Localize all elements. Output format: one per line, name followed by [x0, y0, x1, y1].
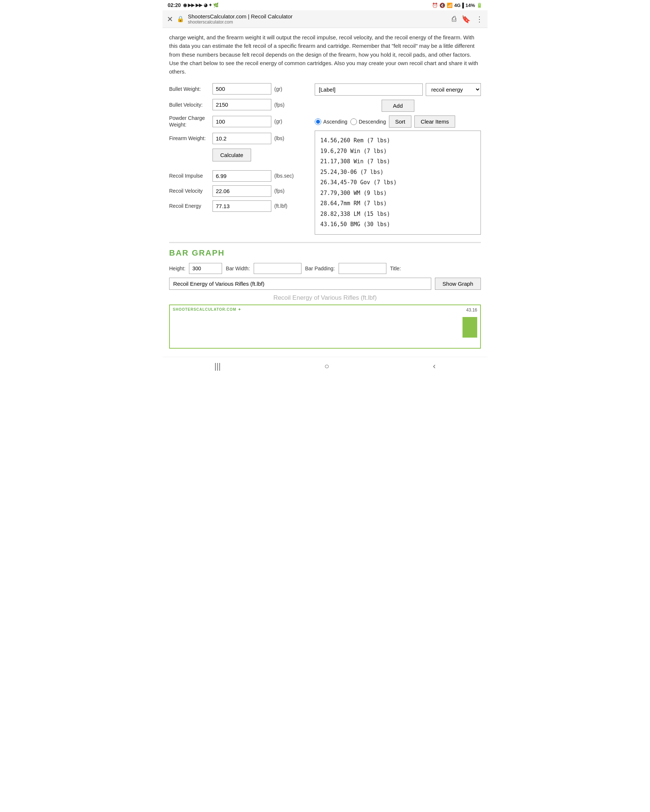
more-options-button[interactable]: ⋮ — [476, 15, 483, 23]
ascending-radio-label[interactable]: Ascending — [315, 118, 347, 125]
list-item: 26.34,45-70 Gov (7 lbs) — [320, 177, 475, 188]
recoil-velocity-label: Recoil Velocity — [169, 188, 209, 194]
alarm-icon: ⏰ — [432, 3, 438, 8]
data-list: 14.56,260 Rem (7 lbs)19.6,270 Win (7 lbs… — [315, 131, 481, 235]
recoil-velocity-output — [212, 185, 271, 197]
calculator-section: Bullet Weight: (gr) Bullet Velocity: (fp… — [169, 83, 481, 235]
bookmark-button[interactable]: 🔖 — [461, 15, 471, 23]
browser-bar: ✕ 🔒 ShootersCalculator.com | Recoil Calc… — [163, 10, 487, 28]
bullet-velocity-unit: (fps) — [274, 102, 285, 108]
recoil-velocity-row: Recoil Velocity (fps) — [169, 185, 307, 197]
recoil-impulse-output — [212, 170, 271, 182]
descending-radio-label[interactable]: Descending — [350, 118, 386, 125]
list-item: 28.82,338 LM (15 lbs) — [320, 209, 475, 220]
show-graph-button[interactable]: Show Graph — [435, 278, 481, 290]
powder-charge-row: Powder Charge Weight: (gr) — [169, 115, 307, 128]
status-icons: ◉ ▶▶ ▶▶ ◕ ✦ 🌿 — [183, 3, 219, 8]
browser-actions: ⎙ 🔖 ⋮ — [452, 15, 483, 23]
bar-padding-label: Bar Padding: — [305, 266, 335, 272]
battery-icon: 🔋 — [476, 3, 482, 8]
descending-radio[interactable] — [350, 118, 357, 125]
bar-graph-title: BAR GRAPH — [169, 248, 481, 258]
graph-title-row: Show Graph — [169, 278, 481, 290]
chart-container: SHOOTERSCALCULATOR.COM ✦ 43.16 — [169, 304, 481, 349]
label-input[interactable] — [315, 84, 423, 96]
bullet-weight-row: Bullet Weight: (gr) — [169, 83, 307, 95]
list-item: 21.17,308 Win (7 lbs) — [320, 156, 475, 167]
powder-charge-input[interactable] — [212, 116, 271, 127]
sort-button[interactable]: Sort — [389, 116, 412, 128]
close-tab-button[interactable]: ✕ — [167, 15, 173, 23]
list-item: 14.56,260 Rem (7 lbs) — [320, 135, 475, 146]
chart-bar-area — [173, 308, 477, 337]
recoil-energy-unit: (ft.lbf) — [274, 203, 287, 209]
firearm-weight-row: Firearm Weight: (lbs) — [169, 133, 307, 144]
status-left: 02:20 ◉ ▶▶ ▶▶ ◕ ✦ 🌿 — [168, 2, 219, 8]
lock-icon: 🔒 — [177, 15, 184, 23]
bullet-velocity-input[interactable] — [212, 99, 271, 110]
bullet-velocity-label: Bullet Velocity: — [169, 102, 209, 108]
recoil-energy-row: Recoil Energy (ft.lbf) — [169, 200, 307, 212]
list-item: 19.6,270 Win (7 lbs) — [320, 146, 475, 157]
list-item: 28.64,7mm RM (7 lbs) — [320, 198, 475, 209]
recent-apps-button[interactable]: ||| — [214, 362, 221, 371]
status-right: ⏰ 🔇 📶 4G▐ 14% 🔋 — [432, 3, 482, 8]
firearm-weight-unit: (lbs) — [274, 135, 284, 141]
page-content: charge weight, and the firearm weight it… — [163, 28, 487, 354]
add-btn-row: Add — [315, 100, 481, 112]
height-label: Height: — [169, 266, 185, 272]
metric-dropdown[interactable]: recoil energy recoil impulse recoil velo… — [426, 83, 481, 96]
recoil-velocity-unit: (fps) — [274, 188, 285, 194]
recoil-impulse-row: Recoil Impulse (lbs.sec) — [169, 170, 307, 182]
chart-brand: SHOOTERSCALCULATOR.COM ✦ — [173, 307, 241, 311]
bar-width-input[interactable] — [254, 263, 302, 274]
ascending-radio[interactable] — [315, 118, 321, 125]
bullet-weight-label: Bullet Weight: — [169, 86, 209, 92]
right-panel: recoil energy recoil impulse recoil velo… — [315, 83, 481, 235]
add-button[interactable]: Add — [381, 100, 414, 112]
recoil-energy-label: Recoil Energy — [169, 203, 209, 209]
graph-display-title: Recoil Energy of Various Rifles (ft.lbf) — [169, 294, 481, 302]
status-bar: 02:20 ◉ ▶▶ ▶▶ ◕ ✦ 🌿 ⏰ 🔇 📶 4G▐ 14% 🔋 — [163, 0, 487, 10]
bar-graph-section: BAR GRAPH Height: Bar Width: Bar Padding… — [169, 242, 481, 349]
bullet-weight-input[interactable] — [212, 83, 271, 95]
height-input[interactable] — [189, 263, 222, 274]
browser-url: shooterscalculator.com — [188, 20, 448, 24]
bar-width-label: Bar Width: — [226, 266, 250, 272]
firearm-weight-label: Firearm Weight: — [169, 135, 209, 142]
mute-icon: 🔇 — [439, 3, 445, 8]
recoil-impulse-label: Recoil Impulse — [169, 172, 209, 179]
left-form: Bullet Weight: (gr) Bullet Velocity: (fp… — [169, 83, 307, 235]
status-time: 02:20 — [168, 2, 181, 8]
firearm-weight-input[interactable] — [212, 133, 271, 144]
bullet-weight-unit: (gr) — [274, 86, 282, 92]
share-button[interactable]: ⎙ — [452, 15, 456, 23]
nav-bar: ||| ○ ‹ — [163, 357, 487, 375]
browser-title: ShootersCalculator.com | Recoil Calculat… — [188, 13, 448, 20]
battery-level: 14% — [465, 3, 475, 8]
recoil-energy-output — [212, 200, 271, 212]
bullet-velocity-row: Bullet Velocity: (fps) — [169, 99, 307, 110]
signal-icon: 4G▐ — [454, 3, 464, 8]
graph-controls: Height: Bar Width: Bar Padding: Title: — [169, 263, 481, 274]
browser-title-area: ShootersCalculator.com | Recoil Calculat… — [188, 13, 448, 24]
description-text: charge weight, and the firearm weight it… — [169, 33, 481, 76]
powder-charge-unit: (gr) — [274, 118, 282, 124]
recoil-impulse-unit: (lbs.sec) — [274, 173, 294, 179]
wifi-icon: 📶 — [447, 3, 453, 8]
label-row: recoil energy recoil impulse recoil velo… — [315, 83, 481, 96]
clear-items-button[interactable]: Clear Items — [414, 116, 455, 128]
list-item: 25.24,30-06 (7 lbs) — [320, 167, 475, 178]
ascending-label: Ascending — [323, 119, 347, 125]
chart-bar — [462, 317, 477, 337]
list-item: 27.79,300 WM (9 lbs) — [320, 188, 475, 198]
descending-label: Descending — [359, 119, 386, 125]
calculate-button[interactable]: Calculate — [212, 148, 251, 162]
graph-title-input[interactable] — [169, 278, 431, 290]
powder-charge-label: Powder Charge Weight: — [169, 115, 209, 128]
home-button[interactable]: ○ — [324, 362, 329, 371]
bar-padding-input[interactable] — [339, 263, 386, 274]
title-label: Title: — [390, 266, 401, 272]
back-button[interactable]: ‹ — [433, 362, 436, 371]
list-item: 43.16,50 BMG (30 lbs) — [320, 219, 475, 230]
